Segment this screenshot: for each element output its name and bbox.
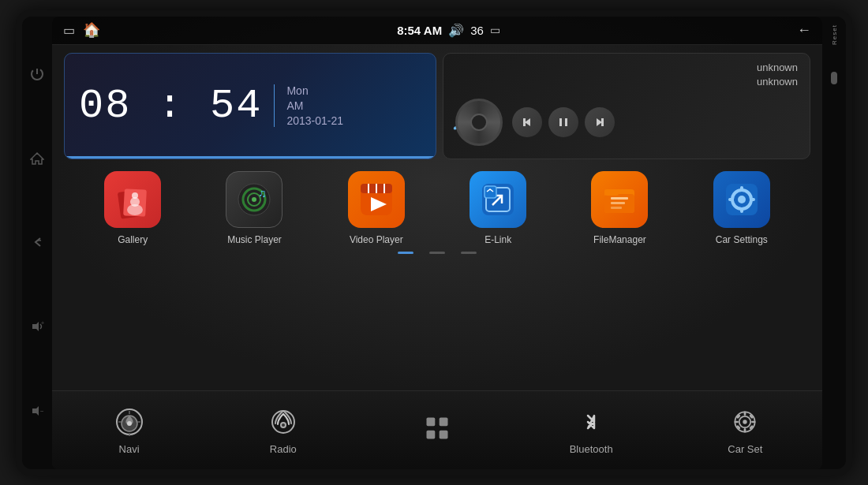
app-file-manager[interactable]: FileManager [584,171,655,245]
svg-point-17 [130,197,140,207]
power-button[interactable] [28,65,46,83]
window-icon: ▭ [490,24,500,36]
car-set-icon [728,405,762,439]
app-car-settings[interactable]: Car Settings [706,171,777,245]
music-icon: ♫ [226,171,282,228]
nav-radio[interactable]: Radio [236,405,331,455]
svg-rect-43 [728,198,734,201]
left-side-buttons: + − [22,17,52,469]
svg-rect-37 [611,207,622,209]
nav-bluetooth[interactable]: Bluetooth [544,405,638,455]
navi-icon [112,405,147,439]
pagination-dots [52,245,822,258]
reset-label[interactable]: Reset [831,24,838,45]
car-set-label: Car Set [728,443,762,455]
svg-rect-54 [440,430,448,438]
apps-grid-icon [420,411,455,446]
svg-text:−: − [40,408,44,415]
disc-art [455,99,503,146]
video-player-label: Video Player [350,234,403,245]
nav-apps[interactable] [390,411,485,450]
svg-point-21 [252,197,256,202]
svg-point-47 [127,421,132,426]
svg-point-50 [282,423,285,427]
home-side-button[interactable] [28,150,46,167]
elink-icon [470,171,526,228]
clock-time: 08 : 54 [79,83,262,129]
filemanager-label: FileManager [593,234,646,245]
gallery-icon [104,171,161,228]
app-gallery[interactable]: Gallery [97,171,168,245]
clock-period: AM [286,99,343,112]
svg-rect-36 [611,202,625,204]
volume-icon: 🔊 [448,23,464,38]
svg-point-57 [743,420,747,423]
app-music-player[interactable]: ♫ Music Player [219,171,290,245]
music-player-label: Music Player [227,234,282,245]
main-screen: ▭ 🏠 8:54 AM 🔊 36 ▭ ← [52,17,822,469]
music-main: ♪ [455,94,798,151]
bottom-nav-bar: Navi Radi [52,390,822,469]
navi-label: Navi [119,443,140,455]
svg-rect-41 [740,186,743,192]
svg-rect-12 [601,118,604,126]
widgets-row: 08 : 54 Mon AM 2013-01-21 unknown unknow… [52,45,822,167]
radio-icon [266,405,301,439]
status-time: 8:54 AM [397,24,442,37]
pagination-dot-1[interactable] [398,252,413,254]
music-widget: unknown unknown ♪ [443,53,810,159]
music-artist: unknown [455,76,798,88]
svg-rect-9 [559,118,562,126]
vol-down-button[interactable]: − [28,402,46,420]
volume-level: 36 [470,24,484,37]
svg-rect-52 [440,417,448,426]
microphone-icon [831,72,837,84]
svg-marker-7 [525,118,530,126]
right-side: Reset [822,17,846,469]
svg-text:♫: ♫ [258,187,267,200]
svg-marker-5 [32,406,39,416]
nav-navi[interactable]: Navi [82,405,177,455]
next-button[interactable] [585,107,615,137]
recent-apps-icon[interactable]: ▭ [63,23,75,38]
app-video-player[interactable]: Video Player [341,171,412,245]
status-bar: ▭ 🏠 8:54 AM 🔊 36 ▭ ← [52,17,822,45]
status-center: 8:54 AM 🔊 36 ▭ [397,23,500,38]
svg-rect-61 [751,421,755,423]
clock-date: Mon AM 2013-01-21 [274,84,343,127]
pagination-dot-3[interactable] [461,252,477,254]
vol-up-button[interactable]: + [28,318,46,335]
svg-rect-58 [744,412,746,416]
svg-marker-11 [597,118,602,126]
filemanager-icon [591,171,648,228]
clock-day: Mon [286,84,343,97]
status-left: ▭ 🏠 [63,21,100,39]
svg-text:+: + [41,320,44,326]
svg-rect-31 [485,186,496,198]
svg-rect-42 [740,207,743,213]
nav-car-set[interactable]: Car Set [698,405,792,455]
svg-marker-3 [32,322,39,331]
elink-label: E-Link [485,234,511,245]
bluetooth-icon [574,405,608,439]
play-pause-button[interactable] [548,107,578,137]
prev-button[interactable] [512,107,542,137]
status-right: ← [797,22,811,39]
svg-rect-10 [565,118,567,126]
pagination-dot-2[interactable] [429,252,445,254]
music-controls [512,107,615,137]
home-icon-status[interactable]: 🏠 [83,21,100,39]
svg-rect-34 [604,189,619,196]
app-elink[interactable]: E-Link [462,171,533,245]
svg-rect-35 [611,197,628,200]
car-settings-label: Car Settings [716,234,768,245]
svg-rect-51 [426,417,435,426]
svg-rect-59 [744,428,746,432]
svg-rect-60 [735,421,739,423]
bluetooth-label: Bluetooth [570,443,613,455]
svg-point-40 [738,196,746,203]
radio-label: Radio [270,443,297,455]
svg-marker-2 [31,153,43,164]
back-side-button[interactable] [28,233,46,251]
back-icon[interactable]: ← [797,22,811,39]
